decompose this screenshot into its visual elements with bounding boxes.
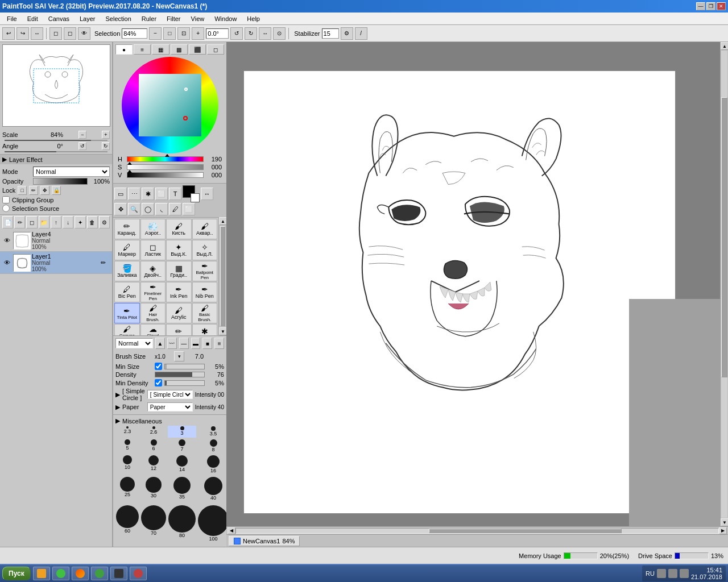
layer-move-up-btn[interactable]: ↑ — [51, 216, 61, 228]
clipping-group-check[interactable] — [2, 196, 10, 203]
brush-fineliner[interactable]: ✒ Fineliner Pen — [140, 282, 166, 302]
menu-help[interactable]: Help — [242, 14, 264, 23]
menu-canvas[interactable]: Canvas — [44, 14, 74, 23]
layer-filter-btn[interactable]: ✦ — [75, 216, 85, 228]
rotate-cw-btn[interactable]: ↻ — [102, 142, 110, 150]
menu-selection[interactable]: Selection — [101, 14, 136, 23]
swap-colors-btn[interactable]: ↔ — [201, 188, 213, 200]
angle-slider[interactable] — [5, 151, 107, 152]
angle-ccw-btn[interactable]: ↺ — [230, 27, 243, 40]
brush-crayon[interactable]: ✏ Crayon — [166, 324, 192, 335]
taskbar-browser[interactable] — [72, 567, 89, 580]
layer-move-down-btn[interactable]: ↓ — [63, 216, 73, 228]
brush-gradient[interactable]: ▦ Гради.. — [166, 261, 192, 281]
close-button[interactable]: ✕ — [717, 2, 726, 10]
brush-nibpen[interactable]: ✒ Nib Pen — [192, 282, 218, 302]
min-size-slider[interactable] — [164, 364, 205, 369]
preset-7[interactable]: 7 — [168, 439, 196, 454]
canvas-vscroll-thumb[interactable] — [721, 97, 727, 377]
pen-tool[interactable]: 🖊 — [169, 203, 181, 215]
brush-hair[interactable]: 🖌 Hair Brush. — [140, 303, 166, 323]
scratchpad-btn[interactable]: ⬜ — [183, 203, 195, 215]
layer-new-raster-btn[interactable]: 📄 — [2, 216, 13, 228]
stabilizer-settings[interactable]: ⚙ — [341, 27, 353, 40]
brush-shape-rect[interactable]: ▬ — [191, 338, 201, 349]
taskbar-files[interactable] — [33, 567, 50, 580]
zoom-tool[interactable]: 🔍 — [128, 203, 140, 215]
brush-bic[interactable]: 🖊 Bic Pen — [114, 282, 140, 302]
brush-pencil[interactable]: ✏ Каранд. — [114, 219, 140, 239]
scale-minus-btn[interactable]: − — [78, 131, 86, 139]
preset-100[interactable]: 100 — [197, 505, 229, 546]
zoom-in-btn[interactable]: + — [192, 27, 204, 40]
layer-new-mask-btn[interactable]: ◻ — [26, 216, 37, 228]
brush-airbrush[interactable]: 💨 Аэрог.. — [140, 219, 166, 239]
preset-12[interactable]: 12 — [140, 455, 167, 475]
canvas-vscroll-track[interactable] — [721, 51, 727, 518]
angle-reset-btn[interactable]: ⊙ — [273, 27, 286, 40]
stabilizer-input[interactable] — [322, 28, 339, 39]
layer-mode-select[interactable]: Normal Multiply Screen — [33, 167, 110, 177]
s-slider[interactable] — [127, 164, 204, 170]
brush-eraser[interactable]: ◻ Ластик — [140, 240, 166, 260]
preset-2_3[interactable]: 2.3 — [115, 426, 139, 438]
menu-view[interactable]: View — [187, 14, 209, 23]
preset-3_5[interactable]: 3.5 — [197, 426, 229, 438]
redo-button[interactable]: ↪ — [16, 27, 29, 40]
brush-texture-btn[interactable]: ≡ — [214, 338, 224, 349]
h-scroll-left[interactable]: ◀ — [228, 527, 235, 534]
start-button[interactable]: Пуск — [2, 567, 31, 580]
brush-mode-select[interactable]: Normal Multiply — [115, 338, 153, 348]
menu-file[interactable]: File — [2, 14, 22, 23]
menu-edit[interactable]: Edit — [23, 14, 43, 23]
preset-3[interactable]: 3 — [168, 426, 196, 438]
h-slider[interactable] — [127, 156, 204, 162]
preset-8[interactable]: 8 — [197, 439, 229, 454]
preset-25[interactable]: 25 — [115, 476, 139, 504]
texture-expand-btn[interactable]: ▶ — [115, 391, 120, 398]
menu-ruler[interactable]: Ruler — [137, 14, 161, 23]
angle-input[interactable] — [206, 28, 229, 39]
brush-binary[interactable]: ◈ Двойч.. — [140, 261, 166, 281]
scale-plus-btn[interactable]: + — [102, 131, 110, 139]
canvas-viewport[interactable] — [226, 42, 720, 526]
opacity-slider[interactable] — [33, 178, 88, 185]
min-density-check[interactable] — [155, 379, 162, 386]
brush-watercolor[interactable]: 🖌 Аквар.. — [192, 219, 218, 239]
angle-flip-btn[interactable]: ↔ — [259, 27, 271, 40]
preset-70[interactable]: 70 — [140, 505, 167, 546]
flip-h-button[interactable]: ↔ — [31, 27, 43, 40]
pen-btn[interactable]: / — [355, 27, 367, 40]
rotate-tool[interactable]: ◯ — [142, 203, 154, 215]
zoom-fit-btn[interactable]: ⊡ — [177, 27, 190, 40]
density-slider[interactable] — [155, 372, 205, 377]
preset-5[interactable]: 5 — [115, 439, 139, 454]
angle-cw-btn[interactable]: ↻ — [245, 27, 257, 40]
color-tab-dark[interactable]: ⬛ — [189, 44, 206, 55]
menu-window[interactable]: Window — [210, 14, 241, 23]
rotate-ccw-btn[interactable]: ↺ — [78, 142, 86, 150]
canvas-drawing[interactable] — [243, 70, 676, 514]
paper-select[interactable]: Paper — [147, 402, 193, 411]
color-tab-palette1[interactable]: ▦ — [152, 44, 169, 55]
eyedropper-tool[interactable]: ◟ — [155, 203, 168, 215]
brush-scroll-up[interactable]: ▲ — [219, 217, 226, 225]
brush-shape-wave[interactable]: 〰 — [167, 338, 177, 349]
brush-size-dropdown[interactable]: ▾ — [174, 351, 184, 361]
color-wheel[interactable] — [122, 57, 218, 153]
preset-35[interactable]: 35 — [168, 476, 196, 504]
brush-shape-flat[interactable]: — — [179, 338, 189, 349]
layer-item-active[interactable]: 👁 Layer1 Normal 100% ✏ — [0, 252, 112, 274]
menu-layer[interactable]: Layer — [75, 14, 100, 23]
layer-settings-btn[interactable]: ⚙ — [99, 216, 110, 228]
preset-40[interactable]: 40 — [197, 476, 229, 504]
brush-highlight2[interactable]: ✧ Выд.Л. — [192, 240, 218, 260]
min-density-slider[interactable] — [164, 380, 205, 386]
undo-button[interactable]: ↩ — [2, 27, 15, 40]
view-btn1[interactable]: ◻ — [49, 27, 62, 40]
canvas-scrollable[interactable]: ▲ ▼ — [226, 42, 728, 526]
brush-shape-triangle[interactable]: ▲ — [155, 338, 165, 349]
color-tab-palette2[interactable]: ▩ — [171, 44, 188, 55]
preset-2_6[interactable]: 2.6 — [140, 426, 167, 438]
canvas-scroll-up[interactable]: ▲ — [721, 42, 728, 50]
